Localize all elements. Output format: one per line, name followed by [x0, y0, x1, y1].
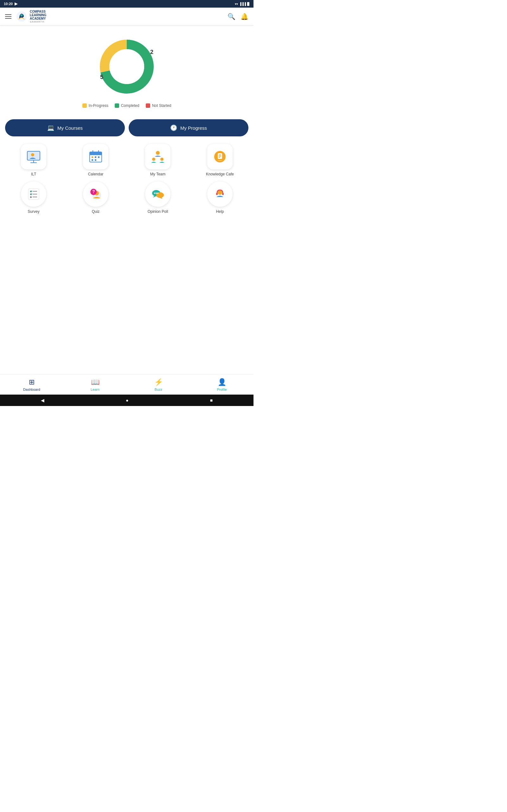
completed-dot: [115, 103, 119, 108]
nav-dashboard[interactable]: ⊞ Dashboard: [0, 375, 63, 394]
my-courses-button[interactable]: 💻 My Courses: [5, 119, 125, 136]
ilt-icon: [26, 149, 42, 165]
survey-item[interactable]: Survey: [5, 182, 62, 214]
logo-text: COMPASS LEARNING ACADEMY SAMARTH: [30, 10, 46, 23]
recent-apps-button[interactable]: ■: [210, 398, 213, 403]
not-started-dot: [146, 103, 150, 108]
my-team-icon: [150, 149, 166, 165]
legend-completed: Completed: [115, 103, 139, 108]
profile-icon: 👤: [218, 378, 226, 386]
survey-icon-box: [21, 182, 46, 207]
in-progress-count: 2: [150, 49, 153, 55]
my-team-label: My Team: [150, 172, 165, 176]
donut-chart: 2 5: [95, 35, 158, 98]
svg-point-42: [154, 193, 155, 194]
svg-rect-46: [216, 193, 218, 195]
dashboard-icon: ⊞: [29, 378, 35, 386]
svg-marker-39: [153, 196, 156, 198]
status-left: 10:20 ▶: [4, 2, 17, 6]
svg-point-19: [156, 151, 160, 155]
svg-point-44: [157, 193, 158, 194]
home-button[interactable]: ●: [126, 398, 128, 403]
wifi-icon: ▾▾: [235, 2, 238, 6]
in-progress-label: In-Progress: [89, 103, 108, 108]
search-icon[interactable]: 🔍: [228, 13, 235, 20]
svg-rect-26: [219, 157, 220, 158]
help-icon: [212, 186, 228, 202]
feature-grid: ILT Calendar: [0, 142, 253, 216]
knowledge-cafe-icon: [212, 149, 228, 165]
app-header: COMPASS LEARNING ACADEMY SAMARTH 🔍 🔔: [0, 8, 253, 26]
quiz-icon-box: ?: [83, 182, 108, 207]
calendar-item[interactable]: Calendar: [67, 144, 124, 176]
status-right: ▾▾ ▐▐▐ ▉: [235, 2, 250, 6]
system-nav-bar: ◀ ● ■: [0, 395, 253, 406]
help-icon-box: [207, 182, 233, 207]
chart-section: 2 5 In-Progress Completed Not Started: [0, 26, 253, 114]
knowledge-cafe-label: Knowledge Cafe: [206, 172, 234, 176]
svg-rect-15: [95, 156, 96, 158]
menu-button[interactable]: [5, 14, 11, 19]
svg-point-9: [31, 153, 34, 156]
logo-icon: [16, 11, 27, 22]
header-right: 🔍 🔔: [228, 13, 248, 20]
knowledge-cafe-item[interactable]: Knowledge Cafe: [191, 144, 248, 176]
action-buttons: 💻 My Courses 🕐 My Progress: [0, 114, 253, 142]
nav-learn[interactable]: 📖 Learn: [63, 375, 127, 394]
legend-not-started: Not Started: [146, 103, 171, 108]
nav-profile[interactable]: 👤 Profile: [190, 375, 253, 394]
notification-icon[interactable]: 🔔: [240, 13, 248, 20]
learn-nav-label: Learn: [91, 388, 100, 392]
nav-buzz[interactable]: ⚡ Buzz: [127, 375, 190, 394]
completed-label: Completed: [121, 103, 139, 108]
status-bar: 10:20 ▶ ▾▾ ▐▐▐ ▉: [0, 0, 253, 8]
my-team-item[interactable]: My Team: [129, 144, 186, 176]
svg-point-21: [160, 158, 164, 161]
not-started-label: Not Started: [152, 103, 171, 108]
knowledge-cafe-icon-box: [207, 144, 233, 169]
opinion-poll-item[interactable]: Opinion Poll: [129, 182, 186, 214]
battery-icon: ▉: [247, 2, 250, 6]
back-button[interactable]: ◀: [41, 398, 44, 403]
calendar-icon: [88, 149, 104, 165]
help-label: Help: [216, 209, 224, 214]
signal-icon: ▐▐▐: [239, 2, 246, 6]
quiz-item[interactable]: ? Quiz: [67, 182, 124, 214]
my-progress-button[interactable]: 🕐 My Progress: [129, 119, 248, 136]
svg-point-43: [156, 193, 157, 194]
in-progress-dot: [82, 103, 87, 108]
help-item[interactable]: Help: [191, 182, 248, 214]
svg-rect-17: [92, 159, 93, 161]
dashboard-nav-label: Dashboard: [23, 388, 40, 392]
header-left: COMPASS LEARNING ACADEMY SAMARTH: [5, 10, 46, 23]
quiz-label: Quiz: [92, 209, 100, 214]
completed-count: 5: [100, 74, 103, 81]
ilt-item[interactable]: ILT: [5, 144, 62, 176]
my-courses-icon: 💻: [47, 124, 54, 131]
calendar-label: Calendar: [88, 172, 104, 176]
svg-rect-16: [98, 156, 100, 158]
time-display: 10:20: [4, 2, 13, 6]
buzz-nav-label: Buzz: [155, 388, 162, 392]
svg-rect-32: [30, 196, 32, 198]
svg-rect-47: [222, 193, 224, 195]
logo-container: COMPASS LEARNING ACADEMY SAMARTH: [16, 10, 46, 23]
svg-rect-25: [219, 156, 221, 156]
opinion-poll-icon-box: [145, 182, 170, 207]
svg-rect-24: [219, 154, 221, 155]
svg-point-20: [152, 158, 155, 161]
learn-icon: 📖: [91, 378, 100, 386]
my-progress-icon: 🕐: [170, 124, 177, 131]
legend-in-progress: In-Progress: [82, 103, 108, 108]
opinion-poll-icon: [150, 186, 166, 202]
calendar-icon-box: [83, 144, 108, 169]
ilt-icon-box: [21, 144, 46, 169]
svg-rect-18: [95, 159, 96, 161]
svg-point-1: [20, 14, 22, 16]
ilt-label: ILT: [31, 172, 36, 176]
my-team-icon-box: [145, 144, 170, 169]
svg-point-45: [218, 190, 222, 195]
survey-icon: [26, 186, 42, 202]
svg-rect-11: [90, 152, 102, 155]
my-progress-label: My Progress: [180, 125, 207, 131]
